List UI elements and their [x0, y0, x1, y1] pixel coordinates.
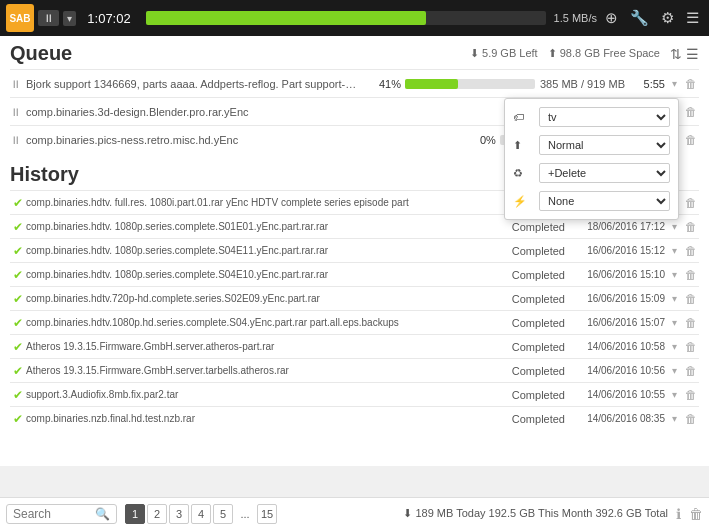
page-3-button[interactable]: 3	[169, 504, 189, 524]
history-row-name: comp.binaries.nzb.final.hd.test.nzb.rar	[26, 413, 495, 424]
history-row: ✔ Atheros 19.3.15.Firmware.GmbH.server.a…	[10, 334, 699, 358]
priority-select[interactable]: Normal High Low Paused	[539, 135, 670, 155]
search-input[interactable]	[13, 507, 93, 521]
queue-row-pause-icon[interactable]: ⏸	[10, 134, 26, 146]
queue-row-trash-icon[interactable]: 🗑	[683, 77, 699, 91]
bottom-stats: ⬇ 189 MB Today 192.5 GB This Month 392.6…	[403, 506, 703, 522]
stats-text: ⬇ 189 MB Today 192.5 GB This Month 392.6…	[403, 507, 668, 520]
history-row-name: comp.binaries.hdtv.1080p.hd.series.compl…	[26, 317, 495, 328]
category-select[interactable]: tv movies misc	[539, 107, 670, 127]
page-15-button[interactable]: 15	[257, 504, 277, 524]
priority-level-icon: ⬆	[513, 139, 533, 152]
queue-row-trash-icon[interactable]: 🗑	[683, 105, 699, 119]
history-row-name: comp.binaries.hdtv. 1080p.series.complet…	[26, 269, 495, 280]
priority-postprocess-row: ♻ +Delete Download Repair Unpack	[505, 159, 678, 187]
page-2-button[interactable]: 2	[147, 504, 167, 524]
history-row-trash-icon[interactable]: 🗑	[683, 316, 699, 330]
history-row-date: 14/06/2016 10:56	[565, 365, 665, 376]
pause-button[interactable]: ⏸	[38, 10, 59, 26]
script-icon: ⚡	[513, 195, 533, 208]
pagination: 1 2 3 4 5 ... 15	[125, 504, 277, 524]
category-icon: 🏷	[513, 111, 533, 123]
queue-icons: ⇅ ☰	[670, 46, 699, 62]
trash-all-button[interactable]: 🗑	[689, 506, 703, 522]
logo: SAB	[6, 4, 34, 32]
history-row-trash-icon[interactable]: 🗑	[683, 244, 699, 258]
priority-category-row: 🏷 tv movies misc	[505, 103, 678, 131]
queue-row-pct: 41%	[365, 78, 401, 90]
history-check-icon: ✔	[10, 244, 26, 258]
history-row-date: 18/06/2016 17:12	[565, 221, 665, 232]
history-row: ✔ comp.binaries.hdtv.720p-hd.complete.se…	[10, 286, 699, 310]
queue-row-trash-icon[interactable]: 🗑	[683, 133, 699, 147]
history-row-date: 16/06/2016 15:09	[565, 293, 665, 304]
history-check-icon: ✔	[10, 340, 26, 354]
queue-view-icon[interactable]: ☰	[686, 46, 699, 62]
history-row: ✔ support.3.Audiofix.8mb.fix.par2.tar Co…	[10, 382, 699, 406]
navbar: SAB ⏸ ▾ 1:07:02 1.5 MB/s ⊕ 🔧 ⚙ ☰	[0, 0, 709, 36]
history-rows: ✔ comp.binaries.hdtv. full.res. 1080i.pa…	[10, 190, 699, 430]
history-row-trash-icon[interactable]: 🗑	[683, 412, 699, 426]
history-row-trash-icon[interactable]: 🗑	[683, 196, 699, 210]
page-4-button[interactable]: 4	[191, 504, 211, 524]
add-button[interactable]: ⊕	[601, 7, 622, 29]
history-row-name: comp.binaries.hdtv. 1080p.series.complet…	[26, 245, 495, 256]
history-row-status: Completed	[495, 389, 565, 401]
menu-button[interactable]: ☰	[682, 7, 703, 29]
postprocess-select[interactable]: +Delete Download Repair Unpack	[539, 163, 670, 183]
priority-popup: 🏷 tv movies misc ⬆ Normal High Low Pause…	[504, 98, 679, 220]
history-row-arrow-icon[interactable]: ▾	[667, 413, 681, 424]
history-title: History	[10, 163, 79, 186]
queue-row-arrow-icon[interactable]: ▾	[667, 78, 681, 89]
history-row-trash-icon[interactable]: 🗑	[683, 364, 699, 378]
queue-header: Queue ⬇ 5.9 GB Left ⬆ 98.8 GB Free Space…	[10, 36, 699, 69]
history-row-date: 14/06/2016 10:58	[565, 341, 665, 352]
history-row-date: 14/06/2016 08:35	[565, 413, 665, 424]
history-check-icon: ✔	[10, 388, 26, 402]
search-icon: 🔍	[95, 507, 110, 521]
queue-row-pause-icon[interactable]: ⏸	[10, 106, 26, 118]
history-row-trash-icon[interactable]: 🗑	[683, 268, 699, 282]
queue-row-pause-icon[interactable]: ⏸	[10, 78, 26, 90]
queue-title: Queue	[10, 42, 72, 65]
history-row-name: support.3.Audiofix.8mb.fix.par2.tar	[26, 389, 495, 400]
history-row-arrow-icon[interactable]: ▾	[667, 221, 681, 232]
history-row-arrow-icon[interactable]: ▾	[667, 365, 681, 376]
history-row: ✔ Atheros 19.3.15.Firmware.GmbH.server.t…	[10, 358, 699, 382]
history-row-trash-icon[interactable]: 🗑	[683, 292, 699, 306]
history-row-status: Completed	[495, 221, 565, 233]
page-5-button[interactable]: 5	[213, 504, 233, 524]
search-wrap: 🔍	[6, 504, 117, 524]
history-row-arrow-icon[interactable]: ▾	[667, 317, 681, 328]
history-row-arrow-icon[interactable]: ▾	[667, 341, 681, 352]
script-select[interactable]: None SickBeard.py	[539, 191, 670, 211]
wrench-button[interactable]: 🔧	[626, 7, 653, 29]
queue-row-name: comp.binaries.pics-ness.retro.misc.hd.yE…	[26, 134, 460, 146]
gear-button[interactable]: ⚙	[657, 7, 678, 29]
history-row-status: Completed	[495, 293, 565, 305]
history-check-icon: ✔	[10, 220, 26, 234]
priority-script-row: ⚡ None SickBeard.py	[505, 187, 678, 215]
queue-meta: ⬇ 5.9 GB Left ⬆ 98.8 GB Free Space ⇅ ☰	[470, 46, 699, 62]
history-row-trash-icon[interactable]: 🗑	[683, 220, 699, 234]
history-row-trash-icon[interactable]: 🗑	[683, 388, 699, 402]
info-button[interactable]: ℹ	[676, 506, 681, 522]
history-row-arrow-icon[interactable]: ▾	[667, 269, 681, 280]
priority-level-row: ⬆ Normal High Low Paused	[505, 131, 678, 159]
history-row-arrow-icon[interactable]: ▾	[667, 293, 681, 304]
history-row-arrow-icon[interactable]: ▾	[667, 245, 681, 256]
history-row-status: Completed	[495, 269, 565, 281]
history-row-date: 16/06/2016 15:12	[565, 245, 665, 256]
history-row: ✔ comp.binaries.hdtv.1080p.hd.series.com…	[10, 310, 699, 334]
queue-rows: ⏸ Bjork support 1346669, parts aaaa. Add…	[10, 69, 699, 153]
history-check-icon: ✔	[10, 196, 26, 210]
history-row-trash-icon[interactable]: 🗑	[683, 340, 699, 354]
speed-display: 1.5 MB/s	[554, 12, 597, 24]
page-1-button[interactable]: 1	[125, 504, 145, 524]
pause-dropdown-button[interactable]: ▾	[63, 11, 76, 26]
queue-left: ⬇ 5.9 GB Left	[470, 47, 538, 60]
queue-free: ⬆ 98.8 GB Free Space	[548, 47, 660, 60]
history-row-arrow-icon[interactable]: ▾	[667, 389, 681, 400]
queue-sort-icon[interactable]: ⇅	[670, 46, 682, 62]
queue-row: ⏸ Bjork support 1346669, parts aaaa. Add…	[10, 69, 699, 97]
